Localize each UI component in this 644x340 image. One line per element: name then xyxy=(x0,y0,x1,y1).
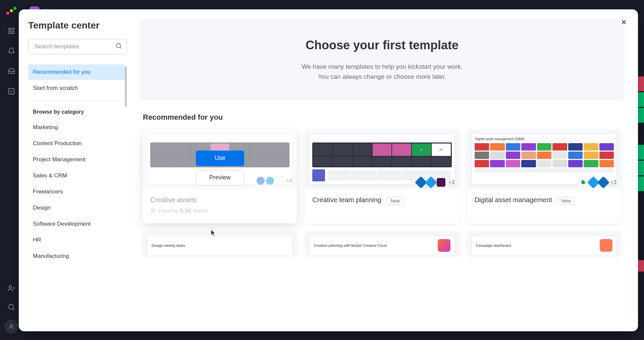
sidebar: Template center Recommended for you Star… xyxy=(19,9,134,331)
browse-heading: Browse by category xyxy=(28,106,125,120)
card-thumbnail: Campaign dashboard xyxy=(467,231,621,255)
svg-point-2 xyxy=(13,7,16,10)
avatar[interactable] xyxy=(5,320,18,333)
card-thumbnail: Design weekly tasks xyxy=(143,231,297,255)
modal-title: Template center xyxy=(28,20,127,31)
preview-button[interactable]: Preview xyxy=(196,170,244,185)
card-thumbnail: Creative planning with Adobe Creative Cl… xyxy=(305,231,459,255)
section-title: Recommended for you xyxy=(143,113,625,122)
category-list: Recommended for you Start from scratch B… xyxy=(28,64,127,331)
svg-point-1 xyxy=(10,9,13,12)
svg-rect-3 xyxy=(9,28,11,30)
hero: Choose your first template We have many … xyxy=(140,19,625,100)
tasks-icon[interactable] xyxy=(5,85,17,97)
card-thumbnail: XZIP +3 xyxy=(305,130,459,189)
hubspot-icon xyxy=(600,239,612,252)
integration-icon xyxy=(597,176,609,188)
card-info: Creative team planning New xyxy=(305,189,459,214)
invite-icon[interactable] xyxy=(5,282,17,294)
category-marketing[interactable]: Marketing xyxy=(28,120,125,135)
template-card-creative-assets[interactable]: +4 Use Preview Creative assets Used by 6… xyxy=(143,130,297,223)
used-by: Used by 6.3K teams xyxy=(150,208,289,214)
integration-icon xyxy=(425,176,437,188)
integrations-more: +4 xyxy=(286,178,292,184)
integrations-more: +3 xyxy=(610,179,616,185)
category-software-development[interactable]: Software Development xyxy=(28,216,125,232)
integrations: +3 xyxy=(579,178,616,187)
card-name: Digital asset management xyxy=(475,196,552,204)
integration-icon xyxy=(579,178,588,187)
search-icon xyxy=(115,43,122,51)
category-manufacturing[interactable]: Manufacturing xyxy=(28,248,125,264)
new-badge: New xyxy=(557,197,574,205)
cursor-icon xyxy=(210,229,217,238)
category-freelancers[interactable]: Freelancers xyxy=(28,184,125,200)
grid-icon[interactable] xyxy=(5,25,17,37)
svg-point-11 xyxy=(152,209,154,211)
main-content: Choose your first template We have many … xyxy=(134,9,638,331)
svg-point-8 xyxy=(9,304,14,309)
category-sales-crm[interactable]: Sales & CRM xyxy=(28,168,125,183)
category-recommended[interactable]: Recommended for you xyxy=(28,64,125,80)
bell-icon[interactable] xyxy=(5,45,17,57)
scrollbar[interactable] xyxy=(125,66,127,107)
hover-buttons: Use Preview xyxy=(196,151,244,185)
integrations-more: +3 xyxy=(448,179,454,185)
svg-point-9 xyxy=(10,324,13,327)
card-info: Creative assets Used by 6.3K teams xyxy=(143,189,297,223)
card-thumbnail: Digital asset management (DAM) xyxy=(467,130,621,189)
svg-rect-6 xyxy=(12,32,14,34)
integration-icon xyxy=(437,178,445,187)
template-card-design-weekly-tasks[interactable]: Design weekly tasks xyxy=(143,231,297,255)
hero-title: Choose your first template xyxy=(153,38,611,52)
category-scratch[interactable]: Start from scratch xyxy=(28,80,125,96)
adobe-icon xyxy=(438,239,450,252)
category-project-management[interactable]: Project Management xyxy=(28,152,125,167)
category-hr[interactable]: HR xyxy=(28,232,125,248)
integrations: +3 xyxy=(417,178,454,187)
template-card-digital-asset-management[interactable]: Digital asset management (DAM) xyxy=(467,130,621,223)
svg-rect-5 xyxy=(9,32,11,34)
category-separator xyxy=(29,101,125,101)
inbox-icon[interactable] xyxy=(5,65,17,77)
category-content-production[interactable]: Content Production xyxy=(28,136,125,151)
rail-bottom xyxy=(5,282,18,340)
template-card-campaign-dashboard[interactable]: Campaign dashboard xyxy=(467,231,621,255)
svg-point-10 xyxy=(116,44,121,48)
card-info: Digital asset management New xyxy=(467,189,621,214)
search-input[interactable] xyxy=(28,39,127,54)
hero-subtitle: We have many templates to help you kicks… xyxy=(153,62,611,82)
template-card-adobe-creative-cloud[interactable]: Creative planning with Adobe Creative Cl… xyxy=(305,231,459,255)
card-name: Creative assets xyxy=(150,196,197,204)
svg-point-0 xyxy=(6,12,9,15)
template-center-modal: Template center Recommended for you Star… xyxy=(19,9,638,331)
template-card-creative-team-planning[interactable]: XZIP +3 xyxy=(305,130,459,223)
card-name: Creative team planning xyxy=(312,196,381,204)
new-badge: New xyxy=(387,197,404,205)
search-icon[interactable] xyxy=(5,301,17,313)
close-button[interactable] xyxy=(619,17,629,27)
category-design[interactable]: Design xyxy=(28,200,125,216)
svg-rect-4 xyxy=(12,28,14,30)
search-wrap xyxy=(28,39,127,54)
use-button[interactable]: Use xyxy=(196,151,244,166)
monday-logo[interactable] xyxy=(5,5,17,17)
